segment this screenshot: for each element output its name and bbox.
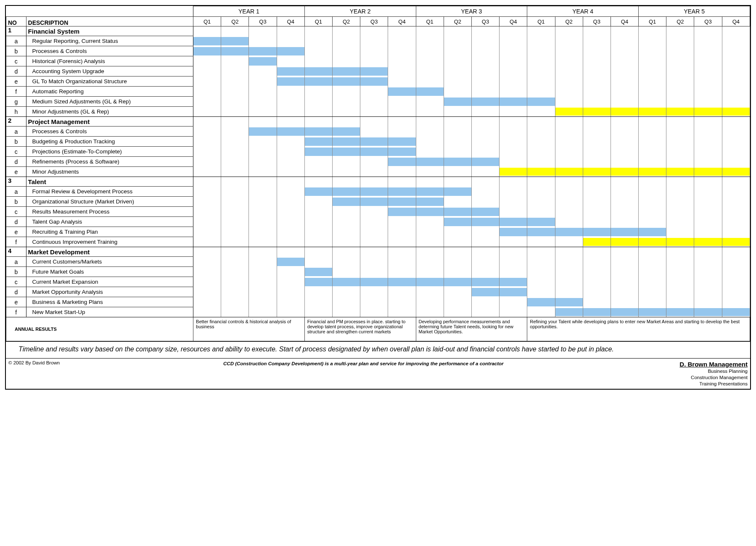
gantt-bar <box>611 168 638 176</box>
task-row: c Historical (Forensic) Analysis <box>6 56 750 66</box>
gantt-bar <box>333 278 360 286</box>
gantt-bar <box>639 168 666 176</box>
task-id: f <box>6 307 26 317</box>
quarter-header: Q4 <box>277 17 304 26</box>
task-row: c Projections (Estimate-To-Complete) <box>6 147 750 157</box>
task-id: a <box>6 187 26 197</box>
gantt-bar <box>555 308 583 317</box>
task-label: Processes & Controls <box>26 46 193 56</box>
year-header: YEAR 2 <box>304 6 416 17</box>
task-label: Future Market Goals <box>26 267 193 277</box>
section-title: Market Development <box>26 247 193 257</box>
footer-row: © 2002 By David Brown CCD (Construction … <box>6 359 750 389</box>
quarter-header: Q1 <box>304 17 332 26</box>
quarter-header: Q2 <box>555 17 583 26</box>
timeline-note: Timeline and results vary based on the c… <box>6 342 750 358</box>
gantt-bar <box>611 108 638 116</box>
gantt-bar <box>277 47 304 55</box>
gantt-bar <box>305 67 332 76</box>
task-id: d <box>6 287 26 297</box>
gantt-bar <box>722 238 750 246</box>
task-label: Formal Review & Development Process <box>26 187 193 197</box>
task-row: f Continuous Improvement Training <box>6 237 750 247</box>
gantt-bar <box>277 67 304 76</box>
gantt-bar <box>555 228 583 236</box>
quarter-header: Q3 <box>694 17 722 26</box>
task-id: b <box>6 137 26 147</box>
gantt-bar <box>444 218 471 226</box>
section-title: Financial System <box>26 26 193 36</box>
gantt-bar <box>388 137 415 146</box>
gantt-bar <box>583 238 611 246</box>
task-id: a <box>6 36 26 46</box>
section-no: 3 <box>6 177 26 187</box>
task-row: e Business & Marketing Plans <box>6 297 750 307</box>
task-id: h <box>6 107 26 117</box>
gantt-bar <box>333 67 360 76</box>
section-row: 2 Project Management <box>6 117 750 127</box>
task-label: Automatic Reporting <box>26 87 193 97</box>
task-label: Organizational Structure (Market Driven) <box>26 197 193 207</box>
section-row: 3 Talent <box>6 177 750 187</box>
quarter-header: Q2 <box>444 17 471 26</box>
gantt-bar <box>305 77 332 86</box>
gantt-bar <box>527 98 555 106</box>
gantt-bar <box>277 127 304 136</box>
gantt-bar <box>305 187 332 196</box>
task-row: e Minor Adjustments <box>6 167 750 177</box>
gantt-bar <box>416 158 444 166</box>
task-id: e <box>6 76 26 87</box>
task-id: d <box>6 157 26 167</box>
gantt-bar <box>611 308 638 317</box>
gantt-bar <box>444 278 471 286</box>
gantt-bar <box>360 278 388 286</box>
section-no: 2 <box>6 117 26 127</box>
annual-result: Refining your Talent while developing pl… <box>527 317 750 341</box>
gantt-bar <box>500 228 527 236</box>
task-label: Results Measurement Process <box>26 207 193 217</box>
gantt-bar <box>221 47 248 55</box>
task-id: c <box>6 147 26 157</box>
no-header: NO <box>6 17 26 26</box>
section-row: 4 Market Development <box>6 247 750 257</box>
gantt-bar <box>500 288 527 296</box>
footer-tagline: CCD (Construction Company Development) i… <box>142 359 585 389</box>
gantt-bar <box>333 187 360 196</box>
section-title: Talent <box>26 177 193 187</box>
year-header: YEAR 1 <box>193 6 305 17</box>
gantt-bar <box>277 77 304 86</box>
quarter-header: Q4 <box>500 17 527 26</box>
gantt-bar <box>305 127 332 136</box>
gantt-bar <box>305 268 332 276</box>
task-label: New Market Start-Up <box>26 307 193 317</box>
footer-brand: D. Brown Management <box>679 361 748 368</box>
section-row: 1 Financial System <box>6 26 750 36</box>
gantt-bar <box>472 218 499 226</box>
task-label: Business & Marketing Plans <box>26 297 193 307</box>
task-label: Current Market Expansion <box>26 277 193 287</box>
gantt-bar <box>694 308 722 317</box>
task-label: Regular Reporting, Current Status <box>26 36 193 46</box>
gantt-chart: YEAR 1 YEAR 2 YEAR 3 YEAR 4 YEAR 5 NO DE… <box>5 5 751 390</box>
task-row: g Medium Sized Adjustments (GL & Rep) <box>6 97 750 107</box>
annual-results-row: ANNUAL RESULTS Better financial controls… <box>6 317 750 341</box>
quarter-header: Q3 <box>360 17 388 26</box>
gantt-bar <box>666 108 694 116</box>
gantt-bar <box>611 228 638 236</box>
task-label: Processes & Controls <box>26 127 193 137</box>
task-row: d Market Opportunity Analysis <box>6 287 750 297</box>
gantt-bar <box>333 198 360 206</box>
gantt-bar <box>388 158 415 166</box>
gantt-bar <box>249 127 276 136</box>
task-label: Minor Adjustments (GL & Rep) <box>26 107 193 117</box>
gantt-bar <box>527 168 555 176</box>
task-row: b Future Market Goals <box>6 267 750 277</box>
year-header-row: YEAR 1 YEAR 2 YEAR 3 YEAR 4 YEAR 5 <box>6 6 750 17</box>
task-id: d <box>6 217 26 227</box>
gantt-bar <box>472 278 499 286</box>
gantt-bar <box>666 308 694 317</box>
task-label: Refinements (Process & Software) <box>26 157 193 167</box>
gantt-bar <box>333 77 360 86</box>
gantt-bar <box>388 87 415 96</box>
gantt-bar <box>555 298 583 306</box>
